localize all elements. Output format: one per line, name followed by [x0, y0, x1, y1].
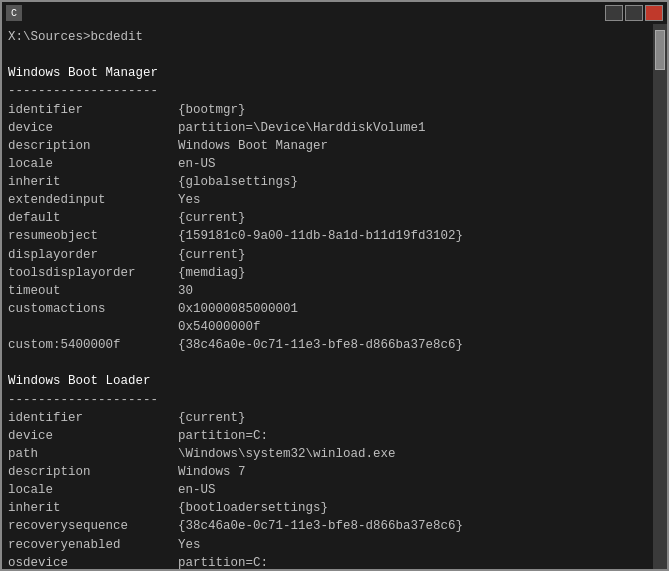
table-row: description Windows 7	[8, 465, 246, 479]
val-cell: 0x54000000f	[178, 320, 261, 334]
key-cell: default	[8, 209, 178, 227]
key-cell	[8, 318, 178, 336]
val-cell: en-US	[178, 157, 216, 171]
table-row: default {current}	[8, 211, 246, 225]
val-cell: 0x10000085000001	[178, 302, 298, 316]
key-cell: device	[8, 427, 178, 445]
table-row: extendedinput Yes	[8, 193, 201, 207]
key-cell: custom:5400000f	[8, 336, 178, 354]
table-row: recoverysequence {38c46a0e-0c71-11e3-bfe…	[8, 519, 463, 533]
val-cell: {current}	[178, 411, 246, 425]
key-cell: locale	[8, 155, 178, 173]
key-cell: timeout	[8, 282, 178, 300]
table-row: device partition=\Device\HarddiskVolume1	[8, 121, 426, 135]
cmd-icon: C	[6, 5, 22, 21]
table-row: customactions 0x10000085000001	[8, 302, 298, 316]
key-cell: inherit	[8, 499, 178, 517]
val-cell: 30	[178, 284, 193, 298]
section2-title: Windows Boot Loader	[8, 374, 151, 388]
val-cell: {current}	[178, 211, 246, 225]
table-row: inherit {bootloadersettings}	[8, 501, 328, 515]
val-cell: Windows 7	[178, 465, 246, 479]
key-cell: identifier	[8, 409, 178, 427]
scrollbar[interactable]	[653, 24, 667, 569]
console-output[interactable]: X:\Sources>bcdedit Windows Boot Manager …	[2, 24, 653, 569]
val-cell: en-US	[178, 483, 216, 497]
val-cell: {bootmgr}	[178, 103, 246, 117]
key-cell: customactions	[8, 300, 178, 318]
section1-divider: --------------------	[8, 84, 158, 98]
maximize-button[interactable]	[625, 5, 643, 21]
key-cell: path	[8, 445, 178, 463]
key-cell: description	[8, 463, 178, 481]
val-cell: \Windows\system32\winload.exe	[178, 447, 396, 461]
key-cell: recoverysequence	[8, 517, 178, 535]
val-cell: {38c46a0e-0c71-11e3-bfe8-d866ba37e8c6}	[178, 519, 463, 533]
val-cell: partition=C:	[178, 556, 268, 569]
table-row: displayorder {current}	[8, 248, 246, 262]
key-cell: resumeobject	[8, 227, 178, 245]
key-cell: device	[8, 119, 178, 137]
key-cell: displayorder	[8, 246, 178, 264]
key-cell: extendedinput	[8, 191, 178, 209]
table-row: locale en-US	[8, 157, 216, 171]
key-cell: inherit	[8, 173, 178, 191]
table-row: identifier {bootmgr}	[8, 103, 246, 117]
val-cell: Yes	[178, 538, 201, 552]
table-row: description Windows Boot Manager	[8, 139, 328, 153]
key-cell: locale	[8, 481, 178, 499]
table-row: inherit {globalsettings}	[8, 175, 298, 189]
table-row: path \Windows\system32\winload.exe	[8, 447, 396, 461]
table-row: resumeobject {159181c0-9a00-11db-8a1d-b1…	[8, 229, 463, 243]
cmd-window: C X:\Sources>bcdedit Windows Boot Manage…	[0, 0, 669, 571]
val-cell: {globalsettings}	[178, 175, 298, 189]
val-cell: partition=\Device\HarddiskVolume1	[178, 121, 426, 135]
scrollbar-thumb[interactable]	[655, 30, 665, 70]
val-cell: {current}	[178, 248, 246, 262]
table-row: recoveryenabled Yes	[8, 538, 201, 552]
key-cell: identifier	[8, 101, 178, 119]
table-row: osdevice partition=C:	[8, 556, 268, 569]
prompt: X:\Sources>bcdedit	[8, 30, 143, 44]
table-row: timeout 30	[8, 284, 193, 298]
title-bar-left: C	[6, 5, 26, 21]
val-cell: {bootloadersettings}	[178, 501, 328, 515]
key-cell: osdevice	[8, 554, 178, 569]
key-cell: recoveryenabled	[8, 536, 178, 554]
val-cell: Windows Boot Manager	[178, 139, 328, 153]
section2-divider: --------------------	[8, 393, 158, 407]
val-cell: {159181c0-9a00-11db-8a1d-b11d19fd3102}	[178, 229, 463, 243]
key-cell: description	[8, 137, 178, 155]
table-row: locale en-US	[8, 483, 216, 497]
table-row: 0x54000000f	[8, 320, 261, 334]
val-cell: Yes	[178, 193, 201, 207]
key-cell: toolsdisplayorder	[8, 264, 178, 282]
table-row: custom:5400000f {38c46a0e-0c71-11e3-bfe8…	[8, 338, 463, 352]
table-row: identifier {current}	[8, 411, 246, 425]
val-cell: {38c46a0e-0c71-11e3-bfe8-d866ba37e8c6}	[178, 338, 463, 352]
table-row: toolsdisplayorder {memdiag}	[8, 266, 246, 280]
section1-title: Windows Boot Manager	[8, 66, 158, 80]
console-area: X:\Sources>bcdedit Windows Boot Manager …	[2, 24, 667, 569]
minimize-button[interactable]	[605, 5, 623, 21]
title-bar: C	[2, 2, 667, 24]
close-button[interactable]	[645, 5, 663, 21]
val-cell: {memdiag}	[178, 266, 246, 280]
window-controls	[605, 5, 663, 21]
val-cell: partition=C:	[178, 429, 268, 443]
table-row: device partition=C:	[8, 429, 268, 443]
